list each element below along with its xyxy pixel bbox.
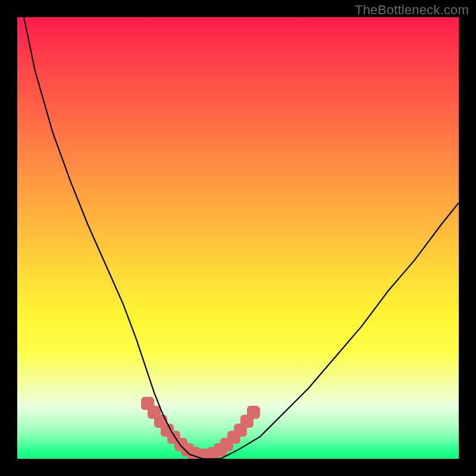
bottleneck-curve bbox=[24, 17, 459, 459]
curve-layer bbox=[17, 17, 459, 459]
watermark-text: TheBottleneck.com bbox=[355, 2, 469, 18]
chart-stage: TheBottleneck.com bbox=[0, 0, 476, 476]
plot-area bbox=[17, 17, 459, 459]
